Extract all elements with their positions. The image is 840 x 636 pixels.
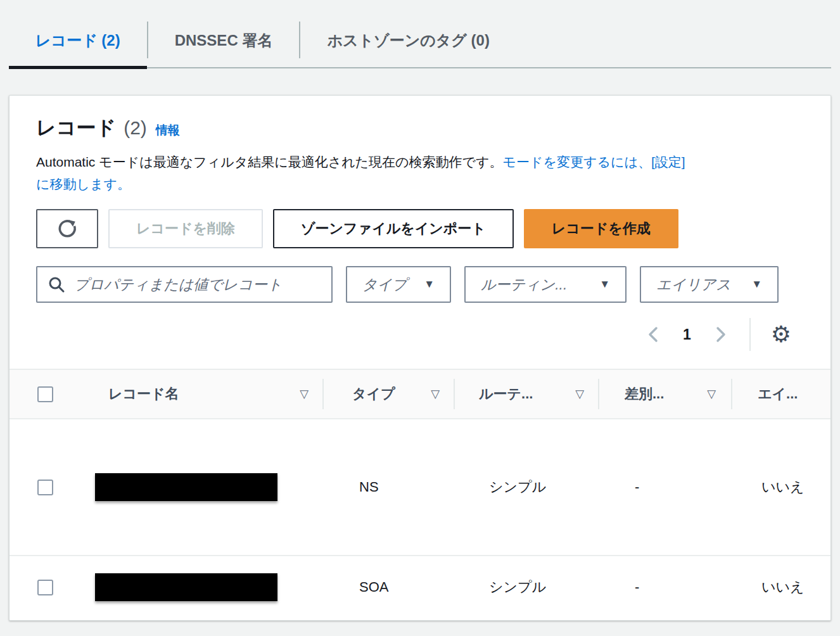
column-header-record-name[interactable]: レコード名 ▽	[86, 380, 324, 408]
row-checkbox[interactable]	[37, 480, 53, 495]
column-header-type[interactable]: タイプ ▽	[324, 380, 455, 408]
tab-hosted-zone-tags[interactable]: ホストゾーンのタグ (0)	[300, 19, 516, 67]
routing-filter-label: ルーティン...	[481, 275, 567, 295]
routing-policy-filter-dropdown[interactable]: ルーティン... ▼	[464, 266, 627, 303]
info-link[interactable]: 情報	[156, 122, 180, 139]
previous-page-button[interactable]	[645, 326, 663, 343]
alias-cell: いいえ	[732, 578, 830, 597]
refresh-icon	[56, 218, 78, 239]
record-type-cell: NS	[324, 479, 455, 495]
type-filter-label: タイプ	[362, 275, 407, 295]
alias-cell: いいえ	[732, 478, 830, 497]
records-panel: レコード (2) 情報 Automatic モードは最適なフィルタ結果に最適化さ…	[9, 95, 831, 621]
record-type: SOA	[359, 579, 388, 595]
import-zone-file-button[interactable]: ゾーンファイルをインポート	[273, 209, 514, 248]
routing-policy-cell: シンプル	[455, 478, 599, 497]
alias-filter-label: エイリアス	[656, 275, 731, 295]
panel-description: Automatic モードは最適なフィルタ結果に最適化された現在の検索動作です。…	[10, 151, 757, 195]
record-name-cell	[86, 573, 324, 601]
record-type-cell: SOA	[324, 579, 455, 595]
change-mode-settings-link[interactable]: モードを変更するには、[設定]	[503, 155, 685, 169]
current-page-number[interactable]: 1	[679, 326, 695, 343]
differentiator-cell: -	[599, 579, 732, 595]
column-label: レコード名	[108, 385, 179, 404]
sort-icon[interactable]: ▽	[707, 387, 716, 401]
column-label: エイ...	[758, 385, 798, 404]
pagination: 1 ⚙	[10, 318, 830, 351]
row-checkbox-cell	[10, 580, 86, 595]
caret-down-icon: ▼	[424, 278, 435, 291]
record-count: (2)	[124, 117, 147, 139]
column-header-alias[interactable]: エイ...	[732, 380, 830, 408]
alias-filter-dropdown[interactable]: エイリアス ▼	[640, 266, 779, 303]
column-header-differentiator[interactable]: 差別... ▽	[599, 380, 732, 408]
column-header-routing[interactable]: ルーテ... ▽	[455, 380, 599, 408]
row-checkbox[interactable]	[37, 580, 53, 595]
description-text: Automatic モードは最適なフィルタ結果に最適化された現在の検索動作です。	[36, 155, 503, 169]
create-record-button[interactable]: レコードを作成	[524, 209, 678, 248]
tab-dnssec-signing[interactable]: DNSSEC 署名	[148, 19, 300, 67]
routing-policy-cell: シンプル	[455, 578, 599, 597]
differentiator: -	[635, 479, 639, 495]
tab-records[interactable]: レコード (2)	[9, 19, 147, 67]
tabs-bar: レコード (2) DNSSEC 署名 ホストゾーンのタグ (0)	[9, 0, 831, 68]
header-checkbox-cell	[10, 380, 86, 408]
record-search-input[interactable]	[74, 276, 321, 293]
redacted-record-name	[95, 473, 277, 501]
sort-icon[interactable]: ▽	[300, 387, 309, 401]
record-search-box	[36, 266, 333, 303]
routing-policy: シンプル	[489, 478, 546, 497]
record-name-cell	[86, 473, 324, 501]
table-header-row: レコード名 ▽ タイプ ▽ ルーテ... ▽ 差別... ▽	[10, 370, 830, 419]
redacted-record-name	[95, 573, 277, 601]
table-settings-gear-icon[interactable]: ⚙	[771, 323, 791, 346]
record-type: NS	[359, 479, 379, 495]
search-icon	[48, 276, 65, 293]
sort-icon[interactable]: ▽	[575, 387, 584, 401]
alias-value: いいえ	[761, 578, 805, 597]
type-filter-dropdown[interactable]: タイプ ▼	[346, 266, 451, 303]
caret-down-icon: ▼	[599, 278, 610, 291]
alias-value: いいえ	[761, 478, 805, 497]
pagination-divider	[749, 318, 751, 351]
differentiator: -	[635, 579, 639, 595]
differentiator-cell: -	[599, 479, 732, 495]
sort-icon[interactable]: ▽	[431, 387, 440, 401]
column-label: ルーテ...	[479, 385, 533, 404]
caret-down-icon: ▼	[751, 278, 762, 291]
column-label: タイプ	[352, 385, 395, 404]
row-checkbox-cell	[10, 480, 86, 495]
panel-title: レコード	[36, 115, 116, 141]
table-row[interactable]: SOA シンプル - いいえ	[10, 555, 830, 618]
records-table: レコード名 ▽ タイプ ▽ ルーテ... ▽ 差別... ▽	[10, 369, 830, 618]
refresh-button[interactable]	[36, 209, 98, 248]
delete-record-button[interactable]: レコードを削除	[108, 209, 263, 248]
table-row[interactable]: NS シンプル - いいえ	[10, 419, 830, 555]
routing-policy: シンプル	[489, 578, 546, 597]
select-all-checkbox[interactable]	[37, 386, 53, 402]
next-page-button[interactable]	[711, 326, 729, 343]
change-mode-settings-link-cont[interactable]: に移動します。	[36, 177, 130, 191]
column-label: 差別...	[625, 385, 664, 404]
